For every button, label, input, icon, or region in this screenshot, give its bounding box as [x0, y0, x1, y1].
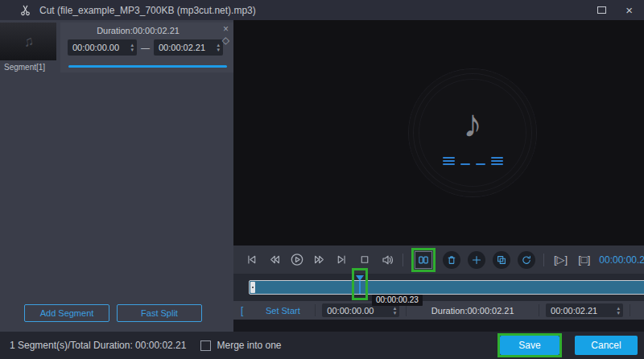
segment-panel: ♫ Segment[1] Duration:00:00:02.21 00:00:… [0, 20, 233, 332]
merge-label[interactable]: Merge into one [217, 340, 281, 351]
current-time: 00:00:00.21 [599, 254, 644, 266]
trim-bar: [ Set Start 00:00:00.00 ▴ ▾ Duration:00:… [233, 301, 644, 320]
end-time-value: 00:00:02.21 [546, 306, 617, 316]
segment-label: Segment[1] [4, 63, 45, 72]
annotation-box-save: Save [497, 333, 562, 357]
annotation-box-playhead [352, 268, 368, 300]
segment-locate-icon[interactable]: ◇ [222, 35, 229, 46]
copy-button[interactable] [493, 251, 510, 269]
volume-icon[interactable] [379, 253, 394, 266]
segment-start-input[interactable]: 00:00:00.00 ▴ ▾ [68, 39, 137, 56]
duration-label: Duration:00:00:02.21 [407, 306, 539, 316]
split-segment-button[interactable] [415, 251, 432, 269]
cancel-button[interactable]: Cancel [575, 336, 638, 355]
start-time-spinner[interactable]: ▴ ▾ [394, 306, 397, 316]
segment-remove-icon[interactable]: × [223, 24, 229, 34]
cut-dialog: Cut (file_example_MP3_700KB (mp3cut.net)… [0, 0, 644, 359]
segment-start-spinner[interactable]: ▴ ▾ [130, 43, 134, 52]
music-note-icon: ♪ [463, 105, 482, 143]
window-title: Cut (file_example_MP3_700KB (mp3cut.net)… [39, 5, 256, 16]
divider [543, 254, 544, 266]
open-bracket-icon: [ [233, 305, 250, 316]
segment-thumbnail[interactable]: ♫ [0, 23, 56, 60]
scissors-icon [19, 4, 31, 16]
set-start-button[interactable]: Set Start [250, 306, 315, 316]
add-button[interactable] [468, 251, 485, 269]
spinner-down-icon[interactable]: ▾ [394, 311, 397, 316]
segment-progress-bar [68, 65, 227, 68]
spinner-down-icon[interactable]: ▾ [130, 47, 134, 52]
vinyl-disc: ♪ [409, 69, 536, 196]
end-time-spinner[interactable]: ▴ ▾ [617, 306, 621, 316]
footer-bar: 1 Segment(s)/Total Duration: 00:00:02.21… [0, 332, 644, 359]
merge-checkbox[interactable] [200, 340, 211, 351]
title-bar: Cut (file_example_MP3_700KB (mp3cut.net)… [0, 0, 644, 20]
start-time-value: 00:00:00.00 [322, 306, 393, 316]
end-time-input[interactable]: 00:00:02.21 ▴ ▾ [546, 303, 623, 317]
divider [539, 304, 539, 316]
audio-preview: ♪ [233, 20, 644, 246]
fast-forward-icon[interactable] [312, 253, 327, 266]
time-display: 00:00:00.21/00:00:02.21 [599, 254, 644, 266]
stop-icon[interactable] [357, 253, 372, 266]
set-end-button[interactable]: Set End [630, 306, 644, 316]
music-note-icon: ♫ [22, 32, 35, 50]
merge-option: Merge into one [200, 340, 281, 351]
rewind-icon[interactable] [266, 253, 282, 266]
segment-detail: Duration:00:00:02.21 00:00:00.00 ▴ ▾ — 0… [60, 23, 233, 72]
stop-segment-button[interactable]: [□] [576, 254, 592, 266]
save-button[interactable]: Save [500, 336, 559, 355]
segment-end-spinner[interactable]: ▴ ▾ [217, 43, 220, 52]
timeline-row: 00:00:00.23 [233, 274, 644, 301]
skip-end-icon[interactable] [334, 253, 349, 266]
skip-start-icon[interactable] [244, 253, 259, 266]
maximize-button[interactable] [597, 6, 606, 14]
timeline-track[interactable] [249, 280, 644, 295]
segment-duration: Duration:00:00:02.21 [60, 23, 233, 35]
trim-start-handle[interactable] [250, 282, 255, 293]
spinner-down-icon[interactable]: ▾ [217, 47, 220, 52]
close-button[interactable]: × [625, 4, 633, 16]
range-dash: — [141, 43, 150, 52]
divider [315, 304, 316, 316]
segment-end-value: 00:00:02.21 [154, 43, 217, 52]
transport-bar: [▷] [□] 00:00:00.21/00:00:02.21 [233, 246, 644, 274]
fast-split-button[interactable]: Fast Split [117, 304, 202, 322]
equalizer-icon [443, 155, 503, 165]
spinner-down-icon[interactable]: ▾ [617, 311, 621, 316]
divider [402, 254, 403, 266]
annotation-box-split [411, 248, 436, 272]
preview-panel: ♪ [233, 20, 644, 332]
play-segment-button[interactable]: [▷] [552, 254, 569, 266]
playhead-tooltip: 00:00:00.23 [372, 295, 423, 306]
add-segment-button[interactable]: Add Segment [24, 304, 109, 322]
segment-summary: 1 Segment(s)/Total Duration: 00:00:02.21 [10, 340, 186, 351]
segment-end-input[interactable]: 00:00:02.21 ▴ ▾ [154, 39, 223, 56]
segment-start-value: 00:00:00.00 [68, 43, 130, 52]
delete-segment-button[interactable] [443, 251, 460, 269]
play-icon[interactable] [289, 253, 304, 266]
spacer [233, 320, 644, 332]
reset-button[interactable] [518, 251, 535, 269]
